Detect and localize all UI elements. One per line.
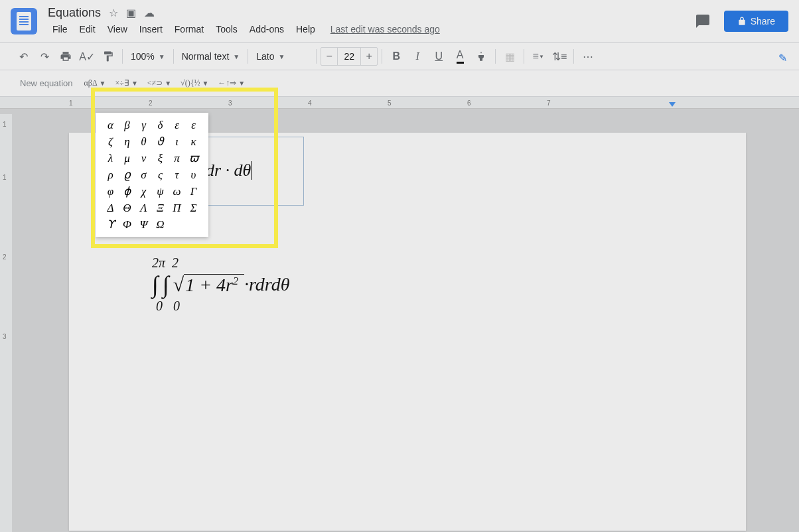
vertical-ruler[interactable]: 1123: [0, 114, 12, 532]
eq-arrows-button[interactable]: ←↑⇒▼: [213, 74, 250, 93]
greek-Π[interactable]: Π: [169, 200, 185, 216]
equation-toolbar: New equation αβΔ▼ ×÷∃▼ <≠⊃▼ √(){½▼ ←↑⇒▼: [0, 70, 799, 97]
greek-Ω[interactable]: Ω: [152, 216, 169, 233]
menu-help[interactable]: Help: [291, 21, 320, 37]
eq-ops-button[interactable]: ×÷∃▼: [111, 74, 143, 93]
greek-ξ[interactable]: ξ: [152, 150, 169, 166]
main-toolbar: ↶ ↷ A✓ 100%▼ Normal text▼ Lato▼ − 22 + B…: [0, 42, 799, 70]
greek-δ[interactable]: δ: [152, 117, 169, 133]
greek-Φ[interactable]: Φ: [119, 216, 135, 233]
greek-γ[interactable]: γ: [135, 117, 152, 133]
highlight-button[interactable]: [471, 46, 491, 66]
greek-Δ[interactable]: Δ: [102, 200, 119, 216]
font-size-minus[interactable]: −: [321, 48, 337, 65]
greek-μ[interactable]: μ: [119, 150, 135, 166]
menu-format[interactable]: Format: [170, 21, 208, 37]
menu-view[interactable]: View: [103, 21, 132, 37]
greek-τ[interactable]: τ: [169, 166, 185, 183]
paint-format-button[interactable]: [98, 46, 118, 66]
greek-ψ[interactable]: ψ: [152, 183, 169, 200]
eq-greek-button[interactable]: αβΔ▼: [80, 74, 111, 93]
more-button[interactable]: ⋯: [578, 46, 598, 66]
greek-ω[interactable]: ω: [169, 183, 185, 200]
greek-υ[interactable]: υ: [185, 166, 202, 183]
greek-ϑ[interactable]: ϑ: [152, 133, 169, 150]
align-button[interactable]: ≡▼: [528, 46, 548, 66]
font-size-plus[interactable]: +: [361, 48, 377, 65]
menu-tools[interactable]: Tools: [211, 21, 242, 37]
zoom-select[interactable]: 100%▼: [127, 46, 169, 66]
spellcheck-button[interactable]: A✓: [77, 46, 97, 66]
greek-η[interactable]: η: [119, 133, 135, 150]
text-color-button[interactable]: A: [450, 46, 470, 66]
cloud-icon[interactable]: ☁: [144, 7, 155, 19]
comments-icon[interactable]: [692, 11, 713, 32]
greek-ε[interactable]: ε: [185, 117, 202, 133]
docs-logo[interactable]: [11, 8, 37, 34]
right-margin-marker[interactable]: [669, 102, 676, 107]
greek-Ψ[interactable]: Ψ: [135, 216, 152, 233]
greek-Θ[interactable]: Θ: [119, 200, 135, 216]
move-icon[interactable]: ▣: [126, 7, 136, 19]
style-select[interactable]: Normal text▼: [178, 46, 244, 66]
font-size-input[interactable]: 22: [337, 48, 361, 65]
menu-file[interactable]: File: [48, 21, 72, 37]
redo-button[interactable]: ↷: [35, 46, 54, 66]
italic-button[interactable]: I: [407, 46, 427, 66]
menu-insert[interactable]: Insert: [135, 21, 167, 37]
greek-σ[interactable]: σ: [135, 166, 152, 183]
star-icon[interactable]: ☆: [109, 7, 118, 19]
menu-addons[interactable]: Add-ons: [245, 21, 289, 37]
greek-ρ[interactable]: ρ: [102, 166, 119, 183]
eq-rel-button[interactable]: <≠⊃▼: [143, 74, 176, 93]
greek-π[interactable]: π: [169, 150, 185, 166]
font-select[interactable]: Lato▼: [252, 46, 312, 66]
print-button[interactable]: [56, 46, 76, 66]
greek-β[interactable]: β: [119, 117, 135, 133]
greek-α[interactable]: α: [102, 117, 119, 133]
greek-ι[interactable]: ι: [169, 133, 185, 150]
greek-ζ[interactable]: ζ: [102, 133, 119, 150]
menu-edit[interactable]: Edit: [75, 21, 100, 37]
greek-θ[interactable]: θ: [135, 133, 152, 150]
greek-ϱ[interactable]: ϱ: [119, 166, 135, 183]
bold-button[interactable]: B: [386, 46, 406, 66]
undo-button[interactable]: ↶: [13, 46, 33, 66]
equation-2[interactable]: 2π 2 ∫ ∫ √ 1 + 4r2 ·rdrdθ 0 0: [152, 255, 289, 314]
doc-title[interactable]: Equations: [48, 6, 101, 20]
greek-letter-menu: αβγδεεζηθϑικλμνξπϖρϱσςτυφϕχψωΓΔΘΛΞΠΣϒΦΨΩ: [96, 113, 208, 237]
greek-χ[interactable]: χ: [135, 183, 152, 200]
text-cursor: [251, 161, 252, 180]
greek-κ[interactable]: κ: [185, 133, 202, 150]
editing-mode-button[interactable]: ✎: [772, 48, 792, 68]
share-button[interactable]: Share: [724, 11, 788, 32]
eq-big-button[interactable]: √(){½▼: [176, 74, 213, 93]
greek-φ[interactable]: φ: [102, 183, 119, 200]
insert-image-button[interactable]: ▦: [500, 46, 520, 66]
greek-Γ[interactable]: Γ: [185, 183, 202, 200]
line-spacing-button[interactable]: ⇅≡: [549, 46, 569, 66]
greek-Σ[interactable]: Σ: [185, 200, 202, 216]
greek-λ[interactable]: λ: [102, 150, 119, 166]
greek-Ξ[interactable]: Ξ: [152, 200, 169, 216]
greek-ϖ[interactable]: ϖ: [185, 150, 202, 166]
greek-ϒ[interactable]: ϒ: [102, 216, 119, 233]
greek-ϕ[interactable]: ϕ: [119, 183, 135, 200]
horizontal-ruler[interactable]: 1234567: [0, 97, 799, 109]
underline-button[interactable]: U: [429, 46, 449, 66]
greek-ε[interactable]: ε: [169, 117, 185, 133]
greek-ν[interactable]: ν: [135, 150, 152, 166]
new-equation-label: New equation: [20, 78, 73, 88]
greek-Λ[interactable]: Λ: [135, 200, 152, 216]
greek-ς[interactable]: ς: [152, 166, 169, 183]
last-edit-link[interactable]: Last edit was seconds ago: [330, 24, 440, 34]
